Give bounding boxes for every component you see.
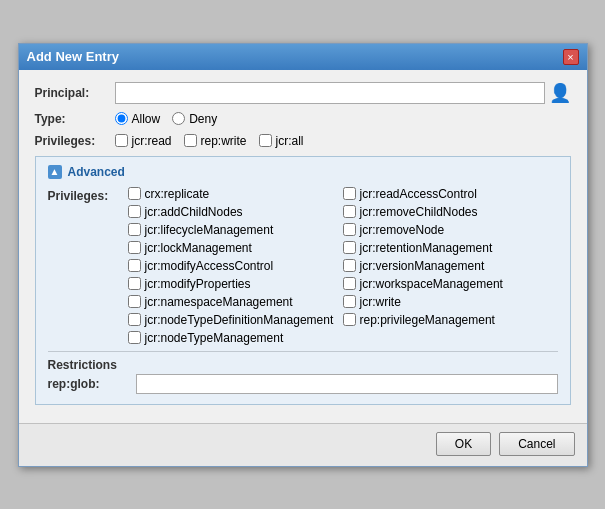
priv-jcr-read-label: jcr:read [132, 134, 172, 148]
cancel-button[interactable]: Cancel [499, 432, 574, 456]
advanced-section: ▲ Advanced Privileges: crx:replicate jcr… [35, 156, 571, 405]
restrictions-section: Restrictions rep:glob: [48, 351, 558, 394]
priv-jcr-removeChildNodes[interactable]: jcr:removeChildNodes [343, 205, 558, 219]
priv-jcr-read[interactable]: jcr:read [115, 134, 172, 148]
priv-jcr-all-label: jcr:all [276, 134, 304, 148]
advanced-toggle-icon[interactable]: ▲ [48, 165, 62, 179]
priv-jcr-namespaceManagement[interactable]: jcr:namespaceManagement [128, 295, 343, 309]
add-new-entry-dialog: Add New Entry × Principal: 👤 Type: Allow [18, 43, 588, 467]
radio-deny[interactable]: Deny [172, 112, 217, 126]
advanced-privileges-area: Privileges: crx:replicate jcr:addChildNo… [48, 187, 558, 345]
radio-allow-input[interactable] [115, 112, 128, 125]
top-privileges-group: jcr:read rep:write jcr:all [115, 134, 304, 148]
priv-jcr-all[interactable]: jcr:all [259, 134, 304, 148]
principal-field-area: 👤 [115, 82, 571, 104]
priv-rep-write-label: rep:write [201, 134, 247, 148]
priv-jcr-read-input[interactable] [115, 134, 128, 147]
close-button[interactable]: × [563, 49, 579, 65]
restrictions-label: Restrictions [48, 358, 558, 372]
dialog-titlebar: Add New Entry × [19, 44, 587, 70]
priv-jcr-modifyProperties[interactable]: jcr:modifyProperties [128, 277, 343, 291]
priv-rep-privilegeManagement[interactable]: rep:privilegeManagement [343, 313, 558, 327]
priv-rep-write[interactable]: rep:write [184, 134, 247, 148]
priv-jcr-write[interactable]: jcr:write [343, 295, 558, 309]
priv-jcr-modifyAccessControl[interactable]: jcr:modifyAccessControl [128, 259, 343, 273]
principal-input[interactable] [115, 82, 545, 104]
principal-label: Principal: [35, 86, 115, 100]
privileges-col-1: crx:replicate jcr:addChildNodes jcr:life… [128, 187, 343, 345]
rep-glob-input[interactable] [136, 374, 558, 394]
privileges-col-2: jcr:readAccessControl jcr:removeChildNod… [343, 187, 558, 345]
dialog-title: Add New Entry [27, 49, 119, 64]
priv-jcr-addChildNodes[interactable]: jcr:addChildNodes [128, 205, 343, 219]
radio-deny-input[interactable] [172, 112, 185, 125]
priv-jcr-lockManagement[interactable]: jcr:lockManagement [128, 241, 343, 255]
priv-crx-replicate[interactable]: crx:replicate [128, 187, 343, 201]
priv-jcr-removeNode[interactable]: jcr:removeNode [343, 223, 558, 237]
type-label: Type: [35, 112, 115, 126]
radio-allow[interactable]: Allow [115, 112, 161, 126]
type-radio-group: Allow Deny [115, 112, 218, 126]
top-privileges-row: Privileges: jcr:read rep:write jcr:all [35, 134, 571, 148]
priv-jcr-all-input[interactable] [259, 134, 272, 147]
dialog-body: Principal: 👤 Type: Allow Deny [19, 70, 587, 423]
privileges-cols: crx:replicate jcr:addChildNodes jcr:life… [128, 187, 558, 345]
privileges-label: Privileges: [35, 134, 115, 148]
priv-jcr-workspaceManagement[interactable]: jcr:workspaceManagement [343, 277, 558, 291]
priv-rep-write-input[interactable] [184, 134, 197, 147]
priv-jcr-nodeTypeDefinitionManagement[interactable]: jcr:nodeTypeDefinitionManagement [128, 313, 343, 327]
rep-glob-label: rep:glob: [48, 377, 128, 391]
dialog-footer: OK Cancel [19, 423, 587, 466]
priv-jcr-lifecycleManagement[interactable]: jcr:lifecycleManagement [128, 223, 343, 237]
advanced-header[interactable]: ▲ Advanced [48, 165, 558, 179]
radio-deny-label: Deny [189, 112, 217, 126]
adv-privileges-label: Privileges: [48, 187, 128, 345]
priv-jcr-readAccessControl[interactable]: jcr:readAccessControl [343, 187, 558, 201]
restrictions-row: rep:glob: [48, 374, 558, 394]
principal-row: Principal: 👤 [35, 82, 571, 104]
priv-jcr-versionManagement[interactable]: jcr:versionManagement [343, 259, 558, 273]
advanced-label: Advanced [68, 165, 125, 179]
type-row: Type: Allow Deny [35, 112, 571, 126]
radio-allow-label: Allow [132, 112, 161, 126]
ok-button[interactable]: OK [436, 432, 491, 456]
user-icon[interactable]: 👤 [549, 82, 571, 104]
priv-jcr-retentionManagement[interactable]: jcr:retentionManagement [343, 241, 558, 255]
priv-jcr-nodeTypeManagement[interactable]: jcr:nodeTypeManagement [128, 331, 343, 345]
